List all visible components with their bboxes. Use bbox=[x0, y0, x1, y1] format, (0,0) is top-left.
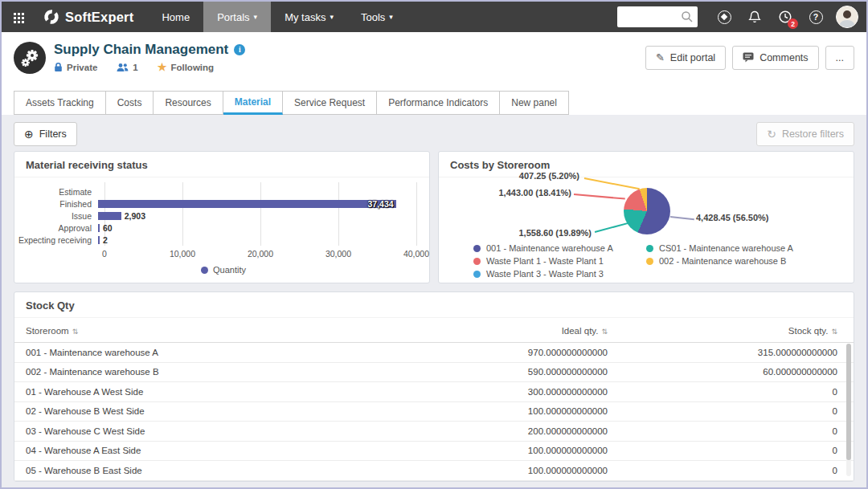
plus-circle-icon: ⊕ bbox=[24, 128, 34, 141]
tab-resources[interactable]: Resources bbox=[154, 91, 223, 115]
bar-value-label: 2 bbox=[103, 235, 108, 245]
more-options-button[interactable]: ... bbox=[825, 46, 854, 70]
legend-item[interactable]: Waste Plant 1 - Waste Plant 1 bbox=[473, 256, 646, 266]
bell-icon[interactable] bbox=[739, 2, 770, 32]
table-row[interactable]: 04 - Warehouse A East Side 100.000000000… bbox=[14, 442, 854, 462]
nav-item-my-tasks[interactable]: My tasks▾ bbox=[271, 2, 347, 32]
pencil-icon: ✎ bbox=[656, 51, 665, 63]
ideal-qty-cell: 970.000000000000 bbox=[447, 348, 608, 357]
bar-value-label: 2,903 bbox=[125, 211, 145, 221]
portal-gears-icon bbox=[14, 42, 46, 74]
ideal-qty-cell: 200.000000000000 bbox=[447, 426, 608, 436]
tab-costs[interactable]: Costs bbox=[106, 91, 154, 115]
tab-service-request[interactable]: Service Request bbox=[283, 91, 377, 115]
legend-label[interactable]: Quantity bbox=[213, 265, 246, 275]
notification-badge: 2 bbox=[788, 18, 798, 29]
legend-item[interactable]: 002 - Maintenance warehouse B bbox=[646, 256, 819, 266]
help-icon[interactable]: ? bbox=[800, 2, 831, 32]
star-icon: ★ bbox=[158, 61, 167, 73]
pending-tasks-clock-icon[interactable]: 2 bbox=[770, 2, 800, 32]
portal-tabs: Assets Tracking Costs Resources Material… bbox=[2, 83, 866, 115]
tab-material[interactable]: Material bbox=[223, 91, 283, 115]
table-row[interactable]: 002 - Maintenance warehouse B 590.000000… bbox=[14, 363, 854, 383]
person-icon bbox=[837, 6, 858, 27]
portal-title: Supply Chain Management bbox=[54, 42, 228, 58]
table-row[interactable]: 01 - Warehouse A West Side 300.000000000… bbox=[14, 382, 854, 402]
apps-grid-icon[interactable] bbox=[2, 2, 34, 32]
pie-chart[interactable] bbox=[624, 188, 670, 234]
legend-item[interactable]: CS01 - Maintenance warehouse A bbox=[646, 243, 819, 253]
discover-icon[interactable] bbox=[709, 2, 739, 32]
pie-connector bbox=[670, 216, 694, 220]
ideal-qty-cell: 100.000000000000 bbox=[447, 466, 608, 475]
filters-button[interactable]: ⊕ Filters bbox=[14, 122, 77, 146]
panel-title: Stock Qty bbox=[14, 292, 854, 318]
user-avatar[interactable] bbox=[836, 6, 858, 28]
nav-item-home[interactable]: Home bbox=[148, 2, 203, 32]
brand-name: SoftExpert bbox=[65, 10, 133, 25]
restore-filters-button[interactable]: ↻ Restore filters bbox=[756, 122, 854, 146]
storeroom-cell: 02 - Warehouse B West Side bbox=[26, 406, 447, 416]
legend-item[interactable]: 001 - Maintenance warehouse A bbox=[473, 243, 646, 253]
storeroom-cell: 002 - Maintenance warehouse B bbox=[26, 367, 447, 377]
table-scrollbar[interactable] bbox=[846, 344, 851, 476]
legend-label: Waste Plant 3 - Waste Plant 3 bbox=[486, 269, 604, 279]
info-icon[interactable]: i bbox=[234, 44, 245, 55]
tab-performance-indicators[interactable]: Performance Indicators bbox=[377, 91, 500, 115]
table-row[interactable]: 03 - Warehouse C West Side 200.000000000… bbox=[14, 422, 854, 442]
storeroom-cell: 03 - Warehouse C West Side bbox=[26, 426, 447, 436]
bar[interactable] bbox=[98, 224, 100, 232]
chevron-down-icon: ▾ bbox=[254, 13, 258, 21]
pie-chart-area: 407.25 (5.20%) 1,443.00 (18.41%) 1,558.6… bbox=[439, 177, 854, 284]
table-header: Storeroom⇅ Ideal qty.⇅ Stock qty.⇅ bbox=[14, 318, 854, 343]
x-tick: 30,000 bbox=[326, 249, 351, 259]
bar[interactable] bbox=[98, 236, 100, 244]
bar-category-label: Estimate bbox=[18, 187, 98, 197]
column-header-stock-qty[interactable]: Stock qty.⇅ bbox=[608, 326, 842, 336]
bar-row: Estimate bbox=[18, 185, 429, 198]
brand-logo[interactable]: SoftExpert bbox=[34, 9, 148, 25]
pie-slice-label: 1,558.60 (19.89%) bbox=[483, 228, 592, 238]
pie-connector bbox=[584, 177, 640, 189]
bar-track: 2,903 bbox=[98, 212, 416, 220]
bar-track: 2 bbox=[98, 236, 416, 244]
table-row[interactable]: 02 - Warehouse B West Side 100.000000000… bbox=[14, 402, 854, 422]
legend-dot bbox=[646, 258, 653, 265]
bar-track bbox=[98, 188, 416, 196]
x-tick: 40,000 bbox=[403, 249, 429, 259]
stock-qty-cell: 0 bbox=[608, 466, 842, 475]
column-header-ideal-qty[interactable]: Ideal qty.⇅ bbox=[447, 326, 608, 336]
nav-item-portals[interactable]: Portals▾ bbox=[203, 2, 271, 32]
column-header-storeroom[interactable]: Storeroom⇅ bbox=[26, 326, 447, 336]
restore-icon: ↻ bbox=[767, 128, 776, 141]
comments-button[interactable]: Comments bbox=[732, 46, 818, 70]
table-row[interactable]: 001 - Maintenance warehouse A 970.000000… bbox=[14, 343, 854, 363]
members-count[interactable]: 1 bbox=[117, 63, 137, 72]
ideal-qty-cell: 100.000000000000 bbox=[447, 406, 608, 416]
sort-icon[interactable]: ⇅ bbox=[72, 328, 79, 336]
pie-connector bbox=[595, 222, 629, 233]
bar-track: 37,434 bbox=[98, 200, 416, 208]
bar[interactable] bbox=[98, 212, 121, 220]
tab-assets-tracking[interactable]: Assets Tracking bbox=[14, 91, 106, 115]
sort-icon[interactable]: ⇅ bbox=[831, 328, 837, 336]
app-window: SoftExpert Home Portals▾ My tasks▾ Tools… bbox=[0, 0, 868, 489]
filters-toolbar: ⊕ Filters ↻ Restore filters bbox=[2, 115, 866, 151]
stock-qty-cell: 60.000000000000 bbox=[608, 367, 842, 377]
edit-portal-button[interactable]: ✎ Edit portal bbox=[645, 46, 726, 70]
legend-item[interactable]: Waste Plant 3 - Waste Plant 3 bbox=[473, 269, 646, 279]
lock-icon bbox=[54, 62, 63, 72]
stock-qty-cell: 0 bbox=[608, 406, 842, 416]
nav-item-tools[interactable]: Tools▾ bbox=[347, 2, 407, 32]
tab-new-panel[interactable]: New panel bbox=[500, 91, 569, 115]
bar-row: Approval 60 bbox=[18, 222, 429, 234]
stock-qty-cell: 0 bbox=[608, 426, 842, 436]
sort-icon[interactable]: ⇅ bbox=[601, 328, 608, 336]
following-toggle[interactable]: ★ Following bbox=[158, 61, 214, 73]
bar[interactable]: 37,434 bbox=[98, 200, 396, 208]
table-row[interactable]: 05 - Warehouse B East Side 100.000000000… bbox=[14, 461, 854, 481]
x-tick: 0 bbox=[102, 249, 107, 259]
pie-slice-label: 1,443.00 (18.41%) bbox=[463, 188, 571, 198]
storeroom-cell: 01 - Warehouse A West Side bbox=[26, 387, 447, 397]
legend-label: CS01 - Maintenance warehouse A bbox=[659, 243, 793, 253]
